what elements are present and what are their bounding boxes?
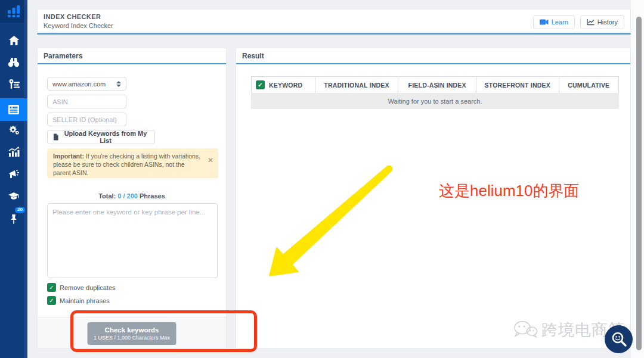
magnifier-smiley-icon — [610, 331, 628, 348]
helium10-logo[interactable] — [0, 0, 27, 23]
empty-state-message: Waiting for you to start a search. — [251, 93, 619, 109]
sidebar-item-whats-new[interactable]: 20 — [0, 210, 27, 228]
result-title: Result — [242, 52, 264, 60]
h10-logo-icon — [7, 5, 21, 18]
pushpin-icon — [9, 214, 18, 225]
maintain-phrases-checkbox[interactable]: ✓ — [47, 296, 56, 305]
file-icon — [53, 133, 58, 141]
megaphone-icon — [8, 169, 20, 179]
history-chart-icon — [587, 19, 595, 26]
sidebar-item-index-checker[interactable] — [0, 98, 27, 121]
total-count: 0 / 200 — [117, 192, 138, 200]
sidebar-item-promotions[interactable] — [0, 165, 27, 183]
sidebar: 20 — [0, 0, 27, 358]
marketplace-select[interactable]: www.amazon.com — [47, 77, 126, 91]
remove-duplicates-label: Remove duplicates — [60, 284, 116, 291]
bar-chart-icon — [8, 147, 20, 157]
result-panel-header: Result — [236, 48, 630, 64]
close-icon[interactable]: ✕ — [208, 155, 213, 165]
column-cumulative: CUMULATIVE — [559, 77, 618, 94]
gears-icon — [8, 124, 20, 135]
total-label: Total: — [98, 192, 116, 200]
select-arrows-icon — [116, 81, 121, 87]
history-button[interactable]: History — [580, 15, 624, 29]
annotation-callout-text: 这是helium10的界面 — [439, 180, 580, 201]
watermark-magnifier-badge — [605, 325, 633, 353]
learn-button[interactable]: Learn — [533, 15, 575, 29]
sidebar-item-research[interactable] — [0, 53, 27, 71]
column-keyword: KEYWORD — [269, 82, 302, 89]
chat-bubbles-icon — [513, 320, 538, 340]
select-all-checkbox[interactable]: ✓ — [256, 80, 265, 89]
phrase-counter: Total: 0 / 200 Phrases — [38, 192, 226, 200]
important-warning-box: Important: If you're checking a listing … — [47, 148, 218, 178]
home-icon — [8, 35, 20, 46]
sidebar-item-keywords[interactable] — [0, 75, 27, 93]
check-keywords-usage: 1 USES / 1,000 Characters Max — [88, 335, 177, 341]
learn-button-label: Learn — [552, 18, 568, 26]
seller-id-input[interactable] — [47, 113, 126, 126]
key-icon — [8, 79, 20, 89]
parameters-panel: Parameters www.amazon.com Upload Keyword… — [37, 48, 227, 348]
upload-keywords-label: Upload Keywords from My List — [62, 130, 149, 144]
upload-keywords-button[interactable]: Upload Keywords from My List — [47, 130, 155, 144]
sidebar-item-analytics[interactable] — [0, 143, 27, 161]
video-camera-icon — [540, 19, 549, 25]
result-table: ✓ KEYWORD TRADITIONAL INDEX FIELD-ASIN I… — [251, 76, 619, 94]
whats-new-badge: 20 — [15, 207, 25, 213]
binoculars-icon — [8, 57, 20, 67]
sidebar-item-home[interactable] — [0, 32, 27, 49]
page-header: INDEX CHECKER Keyword Index Checker Lear… — [37, 9, 631, 35]
graduation-cap-icon — [8, 192, 20, 201]
sidebar-item-settings[interactable] — [0, 121, 27, 139]
sidebar-item-academy[interactable] — [0, 188, 27, 206]
parameters-footer: Check keywords 1 USES / 1,000 Characters… — [38, 317, 226, 348]
scrollbar-thumb[interactable] — [636, 17, 642, 350]
asin-input[interactable] — [47, 95, 126, 108]
keywords-textarea[interactable] — [47, 203, 218, 278]
warning-bold-label: Important: — [53, 152, 84, 160]
total-suffix: Phrases — [140, 192, 165, 200]
history-button-label: History — [597, 18, 618, 26]
list-icon — [8, 104, 20, 115]
parameters-title: Parameters — [44, 52, 82, 60]
parameters-panel-header: Parameters — [38, 48, 226, 64]
column-field-asin-index: FIELD-ASIN INDEX — [398, 77, 476, 94]
column-traditional-index: TRADITIONAL INDEX — [315, 77, 398, 94]
column-storefront-index: STOREFRONT INDEX — [476, 77, 559, 94]
check-keywords-button[interactable]: Check keywords 1 USES / 1,000 Characters… — [88, 322, 177, 345]
marketplace-selected-value: www.amazon.com — [52, 80, 106, 88]
remove-duplicates-checkbox[interactable]: ✓ — [47, 283, 56, 292]
maintain-phrases-label: Maintain phrases — [60, 297, 110, 304]
check-keywords-label: Check keywords — [88, 326, 177, 334]
